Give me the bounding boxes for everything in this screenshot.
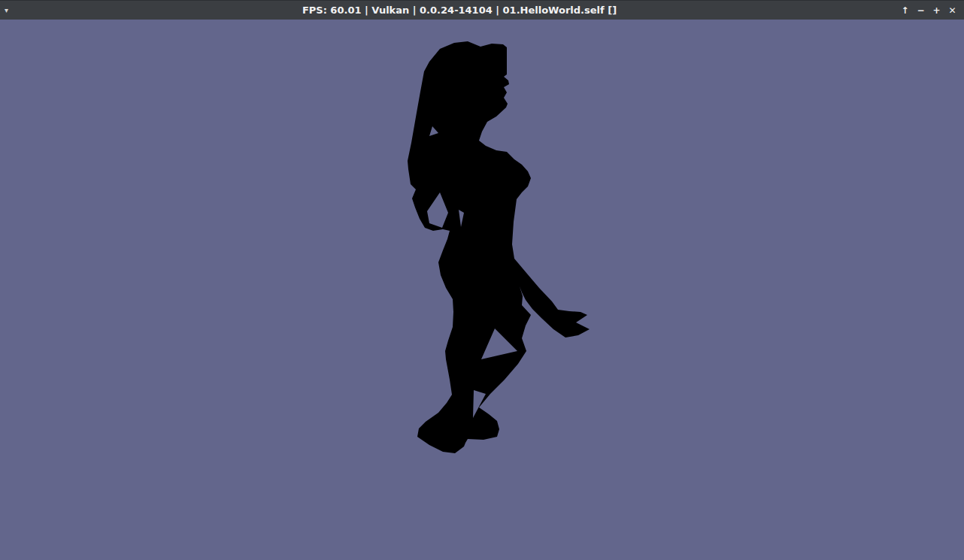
window-titlebar[interactable]: ▾ FPS: 60.01 | Vulkan | 0.0.24-14104 | 0…	[0, 0, 964, 20]
render-viewport[interactable]	[0, 20, 964, 560]
window-title: FPS: 60.01 | Vulkan | 0.0.24-14104 | 01.…	[20, 5, 899, 16]
close-button[interactable]: ✕	[947, 2, 958, 19]
window-menu-icon[interactable]: ▾	[5, 1, 20, 20]
window-controls: ↑ − + ✕	[899, 2, 958, 19]
viewport-canvas	[0, 20, 964, 560]
app-window: ▾ FPS: 60.01 | Vulkan | 0.0.24-14104 | 0…	[0, 0, 964, 560]
maximize-button[interactable]: +	[931, 2, 942, 19]
character-model-silhouette	[408, 41, 590, 453]
minimize-button[interactable]: −	[915, 2, 926, 19]
shade-button[interactable]: ↑	[899, 2, 911, 19]
